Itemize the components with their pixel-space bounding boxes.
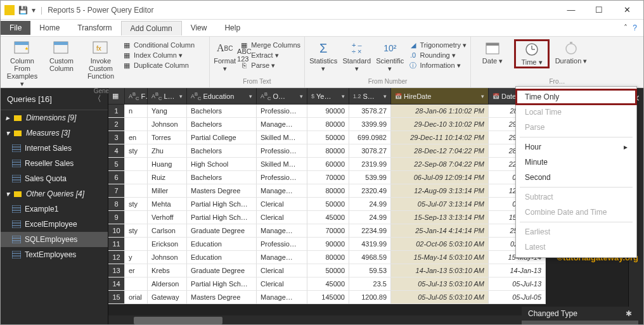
duration-button[interactable]: Duration ▾ [553, 39, 589, 65]
statistics-button[interactable]: ΣStatistics ▾ [309, 39, 338, 72]
cell[interactable]: Verhoff [148, 211, 187, 224]
cell[interactable]: Partial College [187, 131, 257, 144]
cell[interactable]: Professio… [257, 171, 307, 184]
cell[interactable]: Manage… [257, 224, 307, 238]
cell[interactable]: 90000 [307, 105, 349, 118]
column-header[interactable]: 1.2 S…▾ [349, 88, 391, 105]
subtract-item[interactable]: Subtract [516, 189, 636, 205]
cell[interactable]: 59.53 [349, 264, 391, 277]
close-button[interactable]: ✕ [614, 2, 640, 18]
gear-icon[interactable]: ✱ [626, 309, 632, 318]
row-number[interactable]: 3 [108, 131, 125, 144]
query-text-employees[interactable]: TextEmployees [1, 247, 108, 262]
extract-button[interactable]: ABC123Extract ▾ [240, 51, 300, 60]
cell[interactable]: 80000 [307, 184, 349, 198]
cell[interactable]: 45000 [307, 211, 349, 224]
duplicate-column-button[interactable]: ▦Duplicate Column [122, 61, 195, 70]
cell[interactable]: Clerical [257, 264, 307, 277]
cell[interactable]: Carlson [148, 224, 187, 238]
cell[interactable]: 80000 [307, 251, 349, 264]
query-sales-quota[interactable]: Sales Quota [1, 171, 108, 186]
cell[interactable]: Alderson [148, 277, 187, 291]
rounding-button[interactable]: .0Rounding ▾ [409, 51, 467, 60]
folder-dimensions[interactable]: ▸Dimensions [9] [1, 110, 108, 125]
cell[interactable] [125, 158, 148, 171]
cell[interactable]: Yang [148, 105, 187, 118]
latest-item[interactable]: Latest [516, 239, 636, 255]
local-time-item[interactable]: Local Time [516, 105, 636, 120]
time-button[interactable]: Time ▾ [514, 39, 550, 68]
query-excel-employee[interactable]: ExcelEmployee [1, 217, 108, 232]
cell[interactable]: Professio… [257, 105, 307, 118]
menu-view[interactable]: View [182, 21, 216, 35]
cell[interactable]: orial [125, 291, 148, 304]
menu-add-column[interactable]: Add Column [121, 21, 182, 35]
menu-file[interactable]: File [1, 21, 30, 35]
column-header[interactable]: ABC L…▾ [148, 88, 187, 105]
conditional-column-button[interactable]: ▦Conditional Column [122, 41, 195, 49]
cell[interactable]: 2319.99 [349, 158, 391, 171]
row-number[interactable]: 10 [108, 224, 125, 238]
minimize-button[interactable]: — [558, 2, 584, 18]
cell[interactable]: 50000 [307, 198, 349, 211]
step-changed-type[interactable]: Changed Type✱ [522, 307, 638, 321]
cell[interactable]: Manage… [257, 118, 307, 131]
cell[interactable]: 2234.99 [349, 224, 391, 238]
cell[interactable]: 05-Jul-13 [489, 277, 546, 291]
cell[interactable]: Partial High Sch… [187, 277, 257, 291]
cell[interactable]: Skilled M… [257, 131, 307, 144]
cell[interactable]: Manage… [257, 251, 307, 264]
cell[interactable]: Partial High Sch… [187, 211, 257, 224]
cell[interactable]: Clerical [257, 198, 307, 211]
cell[interactable]: 50000 [307, 264, 349, 277]
cell[interactable]: 3078.27 [349, 144, 391, 158]
cell[interactable]: 24.99 [349, 198, 391, 211]
cell[interactable]: 28-Dec-12 7:04:22 PM [391, 144, 489, 158]
cell[interactable]: 05-Jul-05 [489, 291, 546, 304]
cell[interactable]: Bachelors [187, 144, 257, 158]
cell[interactable]: 14-Jan-13 5:03:10 AM [391, 264, 489, 277]
time-only-item[interactable]: Time Only [516, 89, 636, 105]
parse-item[interactable]: Parse [516, 120, 636, 135]
cell[interactable]: 3399.99 [349, 118, 391, 131]
cell[interactable]: Manage… [257, 291, 307, 304]
row-number[interactable]: 5 [108, 158, 125, 171]
cell[interactable]: sty [125, 224, 148, 238]
cell[interactable] [125, 211, 148, 224]
cell[interactable]: 12-Aug-09 3:13:14 PM [391, 184, 489, 198]
qat-dropdown-icon[interactable]: ▾ [32, 6, 35, 15]
cell[interactable]: Bachelors [187, 105, 257, 118]
save-icon[interactable]: 💾 [18, 6, 28, 15]
cell[interactable]: 29-Dec-10 3:10:02 PM [391, 118, 489, 131]
cell[interactable]: Mehta [148, 198, 187, 211]
cell[interactable]: er [125, 264, 148, 277]
row-number[interactable]: 9 [108, 211, 125, 224]
row-number[interactable]: 2 [108, 118, 125, 131]
cell[interactable]: 3578.27 [349, 105, 391, 118]
cell[interactable]: 4319.99 [349, 238, 391, 251]
earliest-item[interactable]: Earliest [516, 224, 636, 239]
column-header[interactable]: ▦ [108, 88, 125, 105]
standard-button[interactable]: + –÷ ×Standard ▾ [342, 39, 372, 72]
index-column-button[interactable]: ▦Index Column ▾ [122, 51, 195, 60]
trigonometry-button[interactable]: ◢Trigonometry ▾ [409, 41, 467, 49]
row-number[interactable]: 8 [108, 198, 125, 211]
cell[interactable]: 1200.89 [349, 291, 391, 304]
cell[interactable]: 45000 [307, 277, 349, 291]
parse-button[interactable]: ⎘Parse ▾ [240, 61, 300, 70]
cell[interactable] [125, 171, 148, 184]
cell[interactable]: Masters Degree [187, 184, 257, 198]
cell[interactable]: 70000 [307, 224, 349, 238]
cell[interactable]: Professio… [257, 238, 307, 251]
custom-column-button[interactable]: Custom Column [44, 39, 79, 72]
query-internet-sales[interactable]: Internet Sales [1, 141, 108, 156]
cell[interactable]: 15-May-14 5:03:10 AM [391, 251, 489, 264]
cell[interactable]: 539.99 [349, 171, 391, 184]
cell[interactable]: 02-Oct-06 5:03:10 AM [391, 238, 489, 251]
scientific-button[interactable]: 10²Scientific ▾ [375, 39, 405, 72]
menu-transform[interactable]: Transform [68, 21, 120, 35]
folder-measures[interactable]: ▾Measures [3] [1, 125, 108, 141]
cell[interactable]: 14-Jan-13 [489, 264, 546, 277]
cell[interactable]: y [125, 251, 148, 264]
cell[interactable]: en [125, 131, 148, 144]
